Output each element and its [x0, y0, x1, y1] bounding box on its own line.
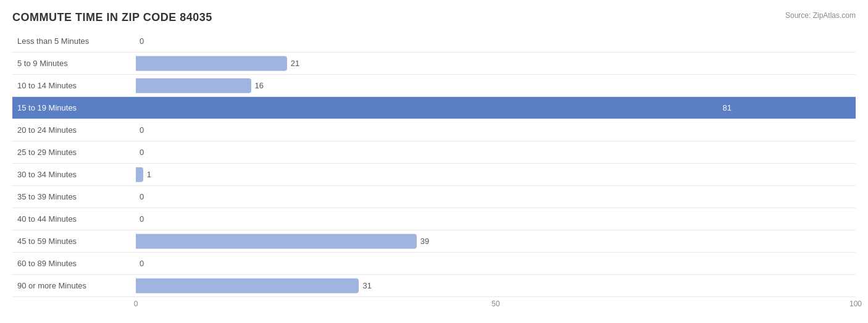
bar-label: 5 to 9 Minutes	[12, 59, 136, 68]
bar-row: 10 to 14 Minutes16	[12, 75, 856, 97]
bar-value: 39	[420, 237, 429, 246]
bar-area: 0	[136, 186, 856, 208]
bar-value: 31	[362, 281, 371, 290]
bar-area: 0	[136, 141, 856, 163]
bar-label: 30 to 34 Minutes	[12, 170, 136, 179]
bar-row: 15 to 19 Minutes81	[12, 97, 856, 119]
bar-value: 0	[140, 192, 144, 201]
bar-value: 81	[722, 103, 731, 112]
bar-fill	[136, 278, 359, 293]
bar-area: 0	[136, 253, 856, 274]
bar-area: 31	[136, 275, 856, 296]
bar-label: 25 to 29 Minutes	[12, 148, 136, 157]
bar-value: 16	[255, 81, 264, 90]
bar-label: 40 to 44 Minutes	[12, 214, 136, 224]
bar-area: 0	[136, 119, 856, 141]
bar-value: 0	[140, 259, 144, 268]
bar-label: 35 to 39 Minutes	[12, 192, 136, 201]
bar-fill	[136, 56, 287, 71]
bar-value: 21	[291, 59, 299, 68]
bar-row: 40 to 44 Minutes0	[12, 208, 856, 230]
bar-fill	[136, 100, 719, 115]
bar-row: 25 to 29 Minutes0	[12, 141, 856, 164]
bar-row: 60 to 89 Minutes0	[12, 253, 856, 275]
bar-label: 90 or more Minutes	[12, 281, 136, 290]
bar-row: 35 to 39 Minutes0	[12, 186, 856, 208]
bar-area: 81	[136, 97, 856, 119]
bar-value: 0	[140, 214, 144, 224]
bar-area: 39	[136, 230, 856, 252]
bar-fill	[136, 167, 143, 182]
bar-label: 10 to 14 Minutes	[12, 81, 136, 90]
bar-value: 0	[140, 148, 144, 157]
bar-row: Less than 5 Minutes0	[12, 30, 856, 52]
x-axis: 050100	[136, 300, 856, 312]
bar-area: 21	[136, 52, 856, 74]
bar-value: 0	[140, 125, 144, 135]
bar-label: Less than 5 Minutes	[12, 36, 136, 46]
bar-row: 30 to 34 Minutes1	[12, 164, 856, 186]
bar-area: 16	[136, 75, 856, 96]
bar-value: 0	[140, 36, 144, 46]
x-axis-label: 100	[849, 300, 862, 308]
bar-area: 1	[136, 164, 856, 185]
x-axis-label: 50	[491, 300, 499, 308]
chart-container: COMMUTE TIME IN ZIP CODE 84035 Source: Z…	[0, 0, 868, 323]
bar-label: 60 to 89 Minutes	[12, 259, 136, 268]
bar-row: 90 or more Minutes31	[12, 275, 856, 297]
bar-row: 45 to 59 Minutes39	[12, 230, 856, 253]
chart-source: Source: ZipAtlas.com	[785, 11, 856, 20]
x-axis-label: 0	[134, 300, 138, 308]
chart-header: COMMUTE TIME IN ZIP CODE 84035 Source: Z…	[12, 11, 856, 24]
chart-body: Less than 5 Minutes05 to 9 Minutes2110 t…	[12, 30, 856, 297]
chart-title: COMMUTE TIME IN ZIP CODE 84035	[12, 11, 212, 24]
bar-label: 20 to 24 Minutes	[12, 125, 136, 135]
bar-value: 1	[147, 170, 151, 179]
bar-fill	[136, 78, 251, 93]
bar-row: 5 to 9 Minutes21	[12, 52, 856, 75]
bar-area: 0	[136, 30, 856, 52]
bar-fill	[136, 233, 417, 249]
bar-label: 45 to 59 Minutes	[12, 237, 136, 246]
bar-label: 15 to 19 Minutes	[12, 103, 136, 112]
bar-row: 20 to 24 Minutes0	[12, 119, 856, 141]
bar-area: 0	[136, 208, 856, 230]
